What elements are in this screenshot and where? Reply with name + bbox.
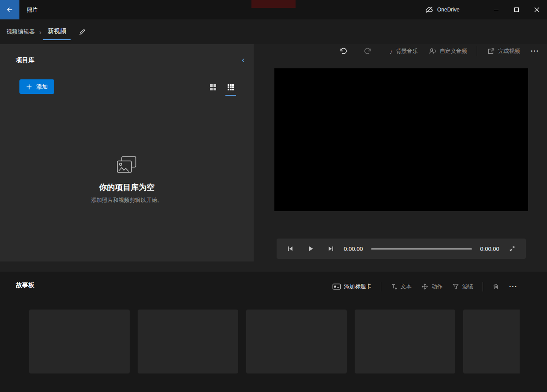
elapsed-time: 0:00.00	[341, 246, 366, 252]
trash-icon	[492, 283, 499, 290]
filter-icon	[452, 283, 459, 290]
export-icon	[487, 48, 495, 55]
finish-video-label: 完成视频	[498, 48, 520, 55]
storyboard-more-button[interactable]: ···	[504, 280, 522, 294]
onedrive-offline-icon	[425, 6, 434, 13]
text-button[interactable]: 文本	[386, 280, 416, 294]
storyboard-card	[246, 310, 347, 373]
library-title: 项目库	[16, 56, 34, 64]
expand-icon	[509, 245, 516, 252]
background-music-button[interactable]: ♪ 背景音乐	[384, 44, 423, 59]
storyboard-card	[463, 310, 520, 373]
rename-project-button[interactable]	[76, 26, 89, 38]
music-note-icon: ♪	[390, 48, 393, 55]
play-button[interactable]	[300, 240, 321, 257]
motion-button[interactable]: 动作	[416, 280, 447, 294]
breadcrumb-new-video-tab[interactable]: 新视频	[43, 24, 71, 40]
maximize-icon	[514, 7, 519, 12]
grid-view-large-button[interactable]	[206, 81, 220, 94]
storyboard-divider-2	[483, 282, 483, 291]
minimize-button[interactable]	[486, 0, 506, 19]
photos-app-window: 照片 OneDrive 视频编辑器 › 新视频	[0, 0, 547, 392]
photos-empty-icon	[116, 156, 139, 175]
add-title-card-button[interactable]: 添加标题卡	[327, 280, 377, 294]
storyboard-section: 故事板 添加标题卡 文本	[0, 272, 547, 392]
previous-frame-icon	[287, 245, 294, 252]
finish-video-button[interactable]: 完成视频	[482, 44, 525, 59]
undo-button[interactable]	[334, 43, 352, 59]
maximize-button[interactable]	[506, 0, 527, 19]
close-icon	[534, 7, 540, 12]
plus-icon	[26, 84, 32, 90]
breadcrumb-chevron-icon: ›	[39, 28, 41, 36]
back-button[interactable]	[0, 0, 19, 19]
undo-icon	[339, 47, 347, 55]
onedrive-label: OneDrive	[437, 7, 460, 13]
more-icon: ···	[509, 283, 517, 290]
breadcrumb-video-editor[interactable]: 视频编辑器	[4, 24, 37, 39]
minimize-icon	[494, 10, 498, 10]
background-music-label: 背景音乐	[396, 48, 418, 55]
previous-frame-button[interactable]	[280, 240, 300, 257]
next-frame-button[interactable]	[321, 240, 341, 257]
redo-button[interactable]	[359, 43, 377, 59]
playback-bar: 0:00.00 0:00.00	[277, 239, 526, 259]
app-title: 照片	[27, 6, 37, 14]
storyboard-title: 故事板	[16, 281, 34, 289]
title-card-icon	[332, 283, 341, 290]
command-bar: 视频编辑器 › 新视频	[0, 19, 547, 44]
person-audio-icon	[429, 48, 437, 55]
storyboard-divider	[381, 282, 381, 291]
custom-audio-label: 自定义音频	[440, 48, 468, 55]
view-toggles	[206, 81, 237, 94]
grid-view-small-button[interactable]	[224, 81, 237, 94]
fullscreen-button[interactable]	[502, 240, 522, 257]
empty-library-title: 你的项目库为空	[0, 182, 254, 193]
add-media-button[interactable]: 添加	[19, 79, 54, 94]
play-icon	[307, 245, 314, 252]
storyboard-card	[29, 310, 130, 373]
motion-icon	[421, 283, 428, 290]
delete-button[interactable]	[487, 280, 504, 294]
titlebar: 照片 OneDrive	[0, 0, 547, 19]
text-label: 文本	[401, 283, 412, 291]
titlebar-artifact	[251, 0, 296, 8]
storyboard-card	[355, 310, 455, 373]
add-title-card-label: 添加标题卡	[344, 283, 372, 291]
empty-library-state: 你的项目库为空 添加照片和视频剪辑以开始。	[0, 156, 254, 204]
grid-large-icon	[209, 83, 217, 91]
text-icon	[390, 283, 397, 290]
storyboard-card-row	[29, 310, 547, 373]
storyboard-toolbar: 添加标题卡 文本 动作	[327, 280, 522, 294]
onedrive-status[interactable]: OneDrive	[425, 0, 460, 19]
custom-audio-button[interactable]: 自定义音频	[423, 44, 473, 59]
empty-library-subtitle: 添加照片和视频剪辑以开始。	[0, 197, 254, 204]
pencil-icon	[79, 28, 86, 36]
collapse-panel-button[interactable]: ‹	[238, 54, 248, 65]
video-preview	[274, 68, 528, 211]
seek-slider[interactable]	[371, 248, 472, 250]
total-duration: 0:00.00	[477, 246, 502, 252]
more-icon: ···	[531, 48, 539, 55]
window-controls	[486, 0, 547, 19]
filters-label: 滤镜	[462, 283, 473, 291]
close-button[interactable]	[527, 0, 547, 19]
filters-button[interactable]: 滤镜	[447, 280, 478, 294]
top-toolbar: ♪ 背景音乐 自定义音频	[334, 39, 544, 63]
storyboard-card	[138, 310, 238, 373]
next-frame-icon	[327, 245, 334, 252]
project-library-panel: 项目库 ‹ 添加	[0, 44, 254, 261]
redo-icon	[364, 47, 372, 55]
toolbar-divider	[477, 46, 477, 56]
arrow-left-icon	[6, 6, 13, 13]
motion-label: 动作	[431, 283, 442, 291]
more-options-button[interactable]: ···	[525, 44, 544, 59]
grid-small-icon	[227, 83, 235, 91]
add-media-label: 添加	[36, 83, 48, 91]
